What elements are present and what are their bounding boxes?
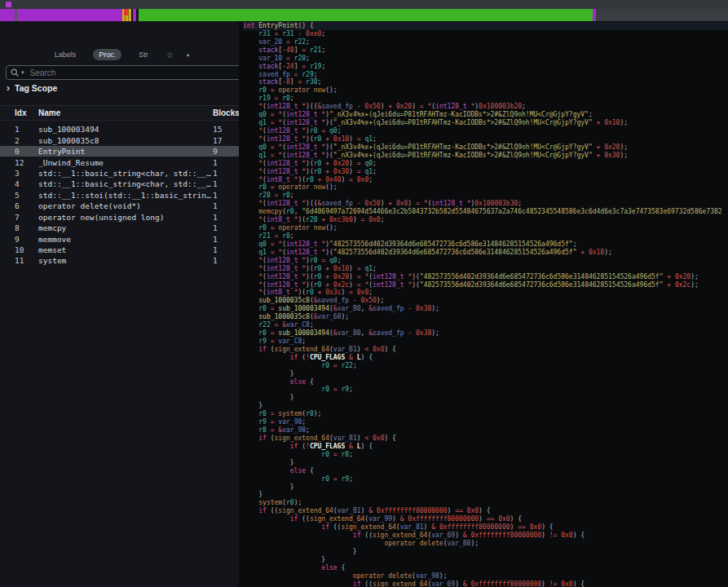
code-line[interactable]: if (!CPU_FLAGS & L) { (243, 354, 728, 362)
code-line[interactable]: r0 = operator new(); (243, 86, 728, 95)
code-line[interactable]: } (243, 459, 728, 467)
table-row[interactable]: 7operator new(unsigned long)1 (0, 212, 239, 223)
code-line[interactable]: else { (243, 564, 728, 572)
code-line[interactable]: *(int128_t *)(r0 + 0x2c) = *(int128_t *)… (243, 281, 728, 289)
code-line[interactable]: if ((sign_extend_64(var_69) & 0xffffffff… (243, 580, 728, 587)
code-line[interactable]: sub_1000035c8(&var_68); (243, 313, 728, 321)
search-input[interactable] (29, 68, 238, 78)
segment-unmapped-gray[interactable] (596, 9, 728, 21)
code-line[interactable]: stack[-8] = r30; (243, 78, 728, 86)
segment-strings-green[interactable] (139, 9, 593, 21)
table-row[interactable]: 1sub_10000349415 (0, 124, 239, 135)
code-line[interactable]: *(int128_t *)(r0 + 0x20) = *(int128_t *)… (243, 273, 728, 281)
code-line[interactable]: if (sign_extend_64(var_81) < 0x0) { (243, 435, 728, 443)
code-line[interactable]: } (243, 394, 728, 402)
table-row[interactable]: 0EntryPoint9 (0, 146, 239, 157)
code-line[interactable]: *(int8_t *)(r0 + 0x40) = 0x0; (243, 176, 728, 184)
segment-code-purple[interactable] (0, 9, 122, 21)
code-line[interactable]: operator delete(var_98); (243, 572, 728, 580)
code-line[interactable]: *(int8_t *)(r20 + 0xc3b0) = 0x0; (243, 216, 728, 224)
code-line[interactable]: r0 = r9; (243, 386, 728, 394)
binary-overview-bar[interactable] (0, 9, 728, 21)
code-line[interactable]: } (243, 370, 728, 378)
code-line[interactable]: r21 = r0; (243, 232, 728, 241)
code-line[interactable]: r9 = var_C8; (243, 338, 728, 346)
code-line[interactable]: q1 = *(int128_t *)("482573556d402d39364d… (243, 249, 728, 257)
code-line[interactable]: r0 = sub_100003494(&var_B0, &saved_fp - … (243, 329, 728, 338)
code-line[interactable]: } (243, 556, 728, 564)
table-row[interactable]: 8memcpy1 (0, 223, 239, 233)
code-line[interactable]: *(int128_t *)(r0 + 0x20) = q0; (243, 160, 728, 168)
code-line[interactable]: if (!CPU_FLAGS & L) { (243, 443, 728, 451)
code-line[interactable]: r0 = r9; (243, 475, 728, 483)
code-line[interactable]: stack[-24] = r19; (243, 63, 728, 71)
code-line[interactable]: r0 = operator new(); (243, 224, 728, 232)
code-line[interactable]: q1 = *(int128_t *)("_nX3v4%x+(qJei6du=P8… (243, 152, 728, 160)
table-row[interactable]: 3std::__1::basic_string<char, std::__1::… (0, 168, 239, 179)
code-line[interactable]: *(int128_t *)((&saved_fp - 0x50) + 0x20)… (243, 103, 728, 111)
tag-icon[interactable]: ▪ (186, 49, 191, 61)
table-row[interactable]: 4std::__1::basic_string<char, std::__1::… (0, 179, 239, 189)
code-line[interactable]: q0 = *(int128_t *)"_nX3v4%x+(qJei6du=P81… (243, 111, 728, 119)
column-blocks[interactable]: Blocks (213, 108, 240, 117)
code-line[interactable]: r20 = r0; (243, 192, 728, 200)
table-row[interactable]: 6operator delete(void*)1 (0, 201, 239, 211)
code-line[interactable]: *(int128_t *)((&saved_fp - 0x50) + 0x8) … (243, 200, 728, 208)
code-line[interactable]: q0 = *(int128_t *)("_nX3v4%x+(qJei6du=P8… (243, 143, 728, 152)
code-line[interactable]: if ((sign_extend_64(var_B1) & 0xffffffff… (243, 507, 728, 515)
tag-scope-toggle[interactable]: › Tag Scope (7, 83, 57, 93)
table-row[interactable]: 2sub_1000035c817 (0, 135, 239, 145)
tab-str[interactable]: Str (133, 49, 154, 60)
code-line[interactable]: r0 = operator new(); (243, 183, 728, 192)
code-line[interactable]: r0 = sub_100003494(&var_B0, &saved_fp - … (243, 305, 728, 313)
code-line[interactable]: r31 = r31 - 0xe0; (243, 30, 728, 38)
code-line[interactable]: if ((sign_extend_64(var_69) & 0xffffffff… (243, 532, 728, 540)
code-line[interactable]: *(int128_t *)r0 = q0; (243, 127, 728, 135)
code-line[interactable]: } (243, 491, 728, 499)
code-line[interactable]: system(r0); (243, 499, 728, 507)
current-position-marker[interactable] (124, 9, 128, 15)
column-idx[interactable]: Idx (15, 108, 38, 117)
code-line[interactable]: r0 = r22; (243, 362, 728, 370)
table-row[interactable]: 5std::__1::stoi(std::__1::basic_string<c… (0, 190, 239, 201)
code-line[interactable]: saved_fp = r29; (243, 71, 728, 79)
chevron-down-icon[interactable]: ▾ (21, 69, 24, 76)
code-line[interactable]: } (243, 483, 728, 492)
search-box[interactable]: ▾ (6, 65, 243, 80)
code-line[interactable]: r8 = &var_98; (243, 426, 728, 435)
table-row[interactable]: 9memmove1 (0, 233, 239, 244)
code-line[interactable]: int EntryPoint() { (243, 22, 728, 30)
code-line[interactable]: r22 = &var_C8; (243, 321, 728, 329)
code-line[interactable]: } (243, 402, 728, 410)
tab-labels[interactable]: Labels (49, 49, 82, 60)
code-line[interactable]: *(int128_t *)r0 = q0; (243, 257, 728, 265)
code-line[interactable]: var_20 = r22; (243, 38, 728, 46)
code-line[interactable]: else { (243, 378, 728, 386)
table-row[interactable]: 10memset1 (0, 245, 239, 255)
code-line[interactable]: q1 = *(int128_t *)("_nX3v4%x+(qJei6du=P8… (243, 119, 728, 127)
code-line[interactable]: } (243, 548, 728, 556)
code-line[interactable]: q0 = *(int128_t *)"482573556d402d39364d6… (243, 241, 728, 249)
code-line[interactable]: var_10 = r20; (243, 55, 728, 63)
tab-proc[interactable]: Proc. (93, 49, 121, 60)
decompiler-view[interactable]: int EntryPoint() { r31 = r31 - 0xe0; var… (239, 21, 728, 587)
table-row[interactable]: 11system1 (0, 255, 239, 266)
code-line[interactable]: operator delete(var_80); (243, 540, 728, 548)
code-line[interactable]: *(int128_t *)(r0 + 0x10) = q1; (243, 265, 728, 273)
code-line[interactable]: r0 = r8; (243, 451, 728, 459)
code-line[interactable]: else { (243, 467, 728, 475)
code-line[interactable]: if ((sign_extend_64(var_99) & 0xffffffff… (243, 515, 728, 523)
code-line[interactable]: sub_1000035c8(&saved_fp - 0x50); (243, 297, 728, 305)
code-line[interactable]: memcpy(r0, "6d4069497a72694d54466e3c2b58… (243, 208, 728, 216)
table-row[interactable]: 12_Unwind_Resume1 (0, 157, 239, 167)
code-line[interactable]: stack[-40] = r21; (243, 46, 728, 55)
segment-divider[interactable] (15, 9, 17, 21)
code-line[interactable]: r9 = var_98; (243, 418, 728, 426)
code-line[interactable]: r19 = r0; (243, 95, 728, 103)
star-icon[interactable]: ☆ (165, 49, 174, 61)
code-line[interactable]: *(int128_t *)(r0 + 0x30) = q1; (243, 168, 728, 176)
code-line[interactable]: *(int128_t *)(r0 + 0x10) = q1; (243, 135, 728, 143)
column-name[interactable]: Name (38, 108, 213, 117)
segment-divider[interactable] (128, 9, 129, 21)
code-line[interactable]: if (sign_extend_64(var_B1) < 0x0) { (243, 346, 728, 354)
